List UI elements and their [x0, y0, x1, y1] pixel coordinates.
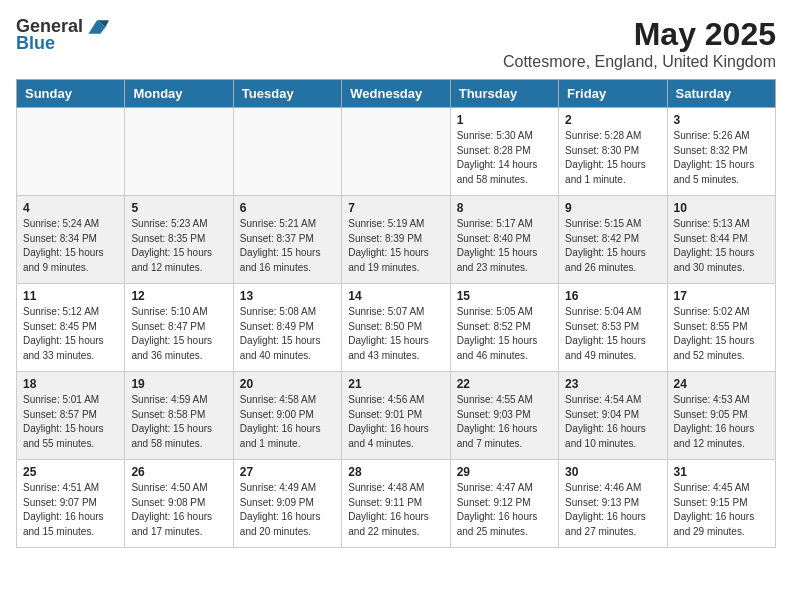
day-number: 24 — [674, 377, 769, 391]
calendar-cell: 19Sunrise: 4:59 AM Sunset: 8:58 PM Dayli… — [125, 372, 233, 460]
day-detail: Sunrise: 5:23 AM Sunset: 8:35 PM Dayligh… — [131, 217, 226, 275]
day-number: 30 — [565, 465, 660, 479]
day-number: 14 — [348, 289, 443, 303]
day-number: 21 — [348, 377, 443, 391]
weekday-header: Thursday — [450, 80, 558, 108]
day-number: 19 — [131, 377, 226, 391]
weekday-header: Friday — [559, 80, 667, 108]
calendar-cell: 14Sunrise: 5:07 AM Sunset: 8:50 PM Dayli… — [342, 284, 450, 372]
calendar-cell: 12Sunrise: 5:10 AM Sunset: 8:47 PM Dayli… — [125, 284, 233, 372]
day-number: 3 — [674, 113, 769, 127]
day-detail: Sunrise: 5:02 AM Sunset: 8:55 PM Dayligh… — [674, 305, 769, 363]
calendar-cell: 25Sunrise: 4:51 AM Sunset: 9:07 PM Dayli… — [17, 460, 125, 548]
calendar-cell: 16Sunrise: 5:04 AM Sunset: 8:53 PM Dayli… — [559, 284, 667, 372]
day-detail: Sunrise: 5:01 AM Sunset: 8:57 PM Dayligh… — [23, 393, 118, 451]
day-detail: Sunrise: 4:51 AM Sunset: 9:07 PM Dayligh… — [23, 481, 118, 539]
day-number: 26 — [131, 465, 226, 479]
calendar-cell — [233, 108, 341, 196]
day-detail: Sunrise: 5:17 AM Sunset: 8:40 PM Dayligh… — [457, 217, 552, 275]
day-detail: Sunrise: 4:46 AM Sunset: 9:13 PM Dayligh… — [565, 481, 660, 539]
day-detail: Sunrise: 4:59 AM Sunset: 8:58 PM Dayligh… — [131, 393, 226, 451]
day-detail: Sunrise: 5:21 AM Sunset: 8:37 PM Dayligh… — [240, 217, 335, 275]
weekday-header: Wednesday — [342, 80, 450, 108]
day-number: 15 — [457, 289, 552, 303]
day-number: 9 — [565, 201, 660, 215]
day-detail: Sunrise: 4:49 AM Sunset: 9:09 PM Dayligh… — [240, 481, 335, 539]
calendar-cell: 10Sunrise: 5:13 AM Sunset: 8:44 PM Dayli… — [667, 196, 775, 284]
calendar-cell: 7Sunrise: 5:19 AM Sunset: 8:39 PM Daylig… — [342, 196, 450, 284]
logo-icon — [85, 18, 109, 36]
day-detail: Sunrise: 4:58 AM Sunset: 9:00 PM Dayligh… — [240, 393, 335, 451]
calendar-cell: 2Sunrise: 5:28 AM Sunset: 8:30 PM Daylig… — [559, 108, 667, 196]
day-number: 4 — [23, 201, 118, 215]
calendar-cell — [17, 108, 125, 196]
title-block: May 2025 Cottesmore, England, United Kin… — [503, 16, 776, 71]
weekday-header: Sunday — [17, 80, 125, 108]
day-detail: Sunrise: 4:53 AM Sunset: 9:05 PM Dayligh… — [674, 393, 769, 451]
calendar-cell: 27Sunrise: 4:49 AM Sunset: 9:09 PM Dayli… — [233, 460, 341, 548]
calendar-cell: 26Sunrise: 4:50 AM Sunset: 9:08 PM Dayli… — [125, 460, 233, 548]
day-detail: Sunrise: 4:50 AM Sunset: 9:08 PM Dayligh… — [131, 481, 226, 539]
calendar-header-row: SundayMondayTuesdayWednesdayThursdayFrid… — [17, 80, 776, 108]
calendar-cell: 15Sunrise: 5:05 AM Sunset: 8:52 PM Dayli… — [450, 284, 558, 372]
calendar-cell: 22Sunrise: 4:55 AM Sunset: 9:03 PM Dayli… — [450, 372, 558, 460]
day-detail: Sunrise: 4:45 AM Sunset: 9:15 PM Dayligh… — [674, 481, 769, 539]
calendar-cell: 29Sunrise: 4:47 AM Sunset: 9:12 PM Dayli… — [450, 460, 558, 548]
logo-blue: Blue — [16, 33, 55, 54]
calendar-table: SundayMondayTuesdayWednesdayThursdayFrid… — [16, 79, 776, 548]
day-number: 29 — [457, 465, 552, 479]
day-detail: Sunrise: 5:13 AM Sunset: 8:44 PM Dayligh… — [674, 217, 769, 275]
day-number: 13 — [240, 289, 335, 303]
day-number: 7 — [348, 201, 443, 215]
calendar-row: 1Sunrise: 5:30 AM Sunset: 8:28 PM Daylig… — [17, 108, 776, 196]
day-number: 11 — [23, 289, 118, 303]
weekday-header: Saturday — [667, 80, 775, 108]
calendar-cell: 3Sunrise: 5:26 AM Sunset: 8:32 PM Daylig… — [667, 108, 775, 196]
calendar-row: 11Sunrise: 5:12 AM Sunset: 8:45 PM Dayli… — [17, 284, 776, 372]
calendar-cell: 1Sunrise: 5:30 AM Sunset: 8:28 PM Daylig… — [450, 108, 558, 196]
day-detail: Sunrise: 5:12 AM Sunset: 8:45 PM Dayligh… — [23, 305, 118, 363]
day-detail: Sunrise: 5:26 AM Sunset: 8:32 PM Dayligh… — [674, 129, 769, 187]
calendar-cell: 4Sunrise: 5:24 AM Sunset: 8:34 PM Daylig… — [17, 196, 125, 284]
day-number: 1 — [457, 113, 552, 127]
day-number: 23 — [565, 377, 660, 391]
calendar-cell: 13Sunrise: 5:08 AM Sunset: 8:49 PM Dayli… — [233, 284, 341, 372]
day-number: 12 — [131, 289, 226, 303]
calendar-cell: 28Sunrise: 4:48 AM Sunset: 9:11 PM Dayli… — [342, 460, 450, 548]
day-number: 5 — [131, 201, 226, 215]
day-detail: Sunrise: 5:19 AM Sunset: 8:39 PM Dayligh… — [348, 217, 443, 275]
calendar-cell: 11Sunrise: 5:12 AM Sunset: 8:45 PM Dayli… — [17, 284, 125, 372]
calendar-cell: 18Sunrise: 5:01 AM Sunset: 8:57 PM Dayli… — [17, 372, 125, 460]
day-detail: Sunrise: 5:07 AM Sunset: 8:50 PM Dayligh… — [348, 305, 443, 363]
day-number: 22 — [457, 377, 552, 391]
month-title: May 2025 — [503, 16, 776, 53]
day-detail: Sunrise: 5:05 AM Sunset: 8:52 PM Dayligh… — [457, 305, 552, 363]
day-number: 31 — [674, 465, 769, 479]
day-number: 25 — [23, 465, 118, 479]
calendar-cell: 31Sunrise: 4:45 AM Sunset: 9:15 PM Dayli… — [667, 460, 775, 548]
weekday-header: Tuesday — [233, 80, 341, 108]
day-detail: Sunrise: 4:48 AM Sunset: 9:11 PM Dayligh… — [348, 481, 443, 539]
day-detail: Sunrise: 5:10 AM Sunset: 8:47 PM Dayligh… — [131, 305, 226, 363]
page-header: General Blue May 2025 Cottesmore, Englan… — [16, 16, 776, 71]
calendar-cell: 20Sunrise: 4:58 AM Sunset: 9:00 PM Dayli… — [233, 372, 341, 460]
day-number: 6 — [240, 201, 335, 215]
day-number: 10 — [674, 201, 769, 215]
day-detail: Sunrise: 5:04 AM Sunset: 8:53 PM Dayligh… — [565, 305, 660, 363]
calendar-cell: 23Sunrise: 4:54 AM Sunset: 9:04 PM Dayli… — [559, 372, 667, 460]
calendar-cell: 6Sunrise: 5:21 AM Sunset: 8:37 PM Daylig… — [233, 196, 341, 284]
calendar-row: 25Sunrise: 4:51 AM Sunset: 9:07 PM Dayli… — [17, 460, 776, 548]
logo: General Blue — [16, 16, 109, 54]
calendar-cell: 21Sunrise: 4:56 AM Sunset: 9:01 PM Dayli… — [342, 372, 450, 460]
calendar-row: 18Sunrise: 5:01 AM Sunset: 8:57 PM Dayli… — [17, 372, 776, 460]
day-detail: Sunrise: 5:08 AM Sunset: 8:49 PM Dayligh… — [240, 305, 335, 363]
weekday-header: Monday — [125, 80, 233, 108]
calendar-cell: 8Sunrise: 5:17 AM Sunset: 8:40 PM Daylig… — [450, 196, 558, 284]
calendar-cell: 9Sunrise: 5:15 AM Sunset: 8:42 PM Daylig… — [559, 196, 667, 284]
day-detail: Sunrise: 4:54 AM Sunset: 9:04 PM Dayligh… — [565, 393, 660, 451]
calendar-cell — [125, 108, 233, 196]
day-detail: Sunrise: 4:47 AM Sunset: 9:12 PM Dayligh… — [457, 481, 552, 539]
day-detail: Sunrise: 5:15 AM Sunset: 8:42 PM Dayligh… — [565, 217, 660, 275]
calendar-cell: 30Sunrise: 4:46 AM Sunset: 9:13 PM Dayli… — [559, 460, 667, 548]
calendar-row: 4Sunrise: 5:24 AM Sunset: 8:34 PM Daylig… — [17, 196, 776, 284]
